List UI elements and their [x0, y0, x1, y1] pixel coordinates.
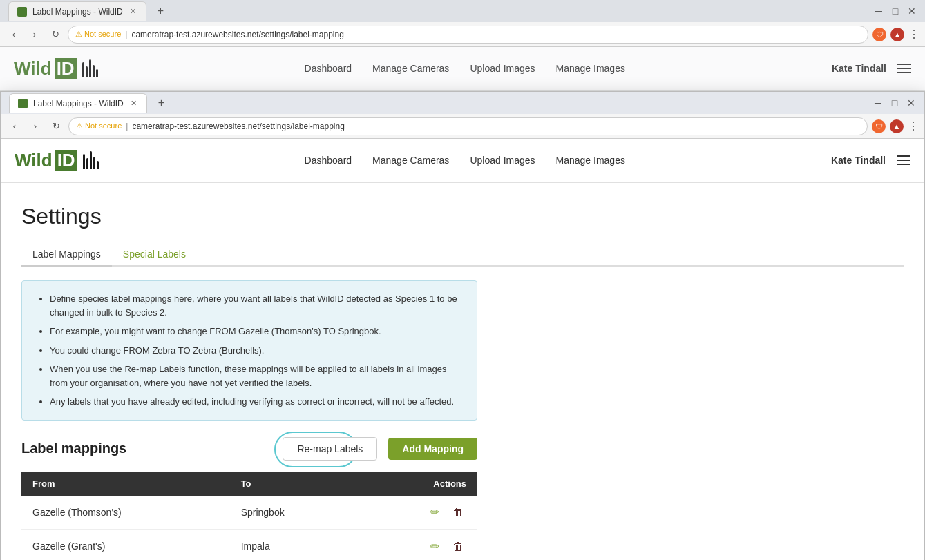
back-btn-main[interactable]: ‹ [6, 118, 23, 135]
app-navbar-main: Wild ID Dashboard Manage Cameras Upload … [1, 139, 924, 183]
tab-close-top[interactable]: ✕ [128, 6, 137, 17]
row1-to: Impala [230, 530, 353, 561]
forward-btn-main[interactable]: › [27, 118, 44, 135]
reload-btn-top[interactable]: ↻ [47, 26, 64, 43]
settings-tabs: Label Mappings Special Labels [21, 243, 904, 267]
back-btn-top[interactable]: ‹ [6, 26, 22, 43]
window-maximize-main[interactable]: □ [890, 98, 899, 108]
title-bar-left: Label Mappings - WildID ✕ + [8, 1, 169, 21]
user-name-main: Kate Tindall [831, 155, 886, 166]
info-item-4: Any labels that you have already edited,… [50, 395, 463, 409]
hb-line1-main [897, 155, 910, 157]
add-mapping-button[interactable]: Add Mapping [388, 438, 477, 460]
window-close-top[interactable]: ✕ [907, 6, 917, 16]
spike1-top [82, 62, 84, 77]
user-name-top: Kate Tindall [832, 63, 886, 74]
section-title: Label mappings [21, 441, 271, 456]
reload-btn-main[interactable]: ↻ [48, 118, 64, 135]
spike3-top [89, 59, 91, 77]
logo-top: Wild ID [14, 58, 98, 79]
remap-labels-button[interactable]: Re-map Labels [283, 437, 377, 461]
spike1-main [83, 154, 85, 169]
hb-line1-top [897, 64, 911, 65]
window-minimize-main[interactable]: ─ [873, 98, 883, 108]
col-actions: Actions [353, 472, 477, 496]
tab-label-mappings[interactable]: Label Mappings [21, 243, 112, 267]
address-bar-main[interactable]: ⚠ Not secure | cameratrap-test.azurewebs… [68, 117, 868, 135]
nav-dashboard-top[interactable]: Dashboard [305, 63, 352, 74]
table-body: Gazelle (Thomson's) Springbok ✏ 🗑 Gazell… [21, 496, 477, 561]
tab-favicon-top [17, 7, 27, 17]
nav-upload-main[interactable]: Upload Images [470, 155, 535, 166]
nav-cameras-top[interactable]: Manage Cameras [372, 63, 449, 74]
info-item-1: For example, you might want to change FR… [50, 325, 463, 338]
browser-menu-main[interactable]: ⋮ [908, 119, 919, 133]
address-bar-top[interactable]: ⚠ Not secure | cameratrap-test.azurewebs… [68, 26, 868, 44]
row0-to: Springbok [230, 496, 353, 530]
browser-right-icons-top: 🛡 ▲ ⋮ [872, 28, 919, 41]
new-tab-btn-main[interactable]: + [153, 97, 170, 109]
table-header: From To Actions [21, 472, 477, 496]
table-header-row: From To Actions [21, 472, 477, 496]
table-row: Gazelle (Thomson's) Springbok ✏ 🗑 [21, 496, 477, 530]
tab-label-main: Label Mappings - WildID [33, 99, 124, 108]
delete-icon-row1[interactable]: 🗑 [450, 539, 466, 555]
info-list: Define species label mappings here, wher… [36, 292, 463, 409]
spike3-main [90, 151, 92, 169]
row1-from: Gazelle (Grant's) [21, 530, 230, 561]
logo-id-main: ID [55, 150, 77, 171]
hb-line3-top [897, 72, 911, 73]
tab-close-main[interactable]: ✕ [129, 97, 138, 109]
info-box: Define species label mappings here, wher… [21, 280, 477, 421]
delete-icon-row0[interactable]: 🗑 [450, 504, 466, 521]
nav-manage-main[interactable]: Manage Images [556, 155, 625, 166]
window-maximize-top[interactable]: □ [890, 6, 900, 16]
remap-btn-wrapper: Re-map Labels [283, 437, 377, 461]
table-row: Gazelle (Grant's) Impala ✏ 🗑 [21, 530, 477, 561]
title-bar-top: Label Mappings - WildID ✕ + ─ □ ✕ [0, 0, 925, 22]
spike2-main [86, 158, 88, 169]
browser-window-main: Label Mappings - WildID ✕ + ─ □ ✕ ‹ › ↻ … [0, 91, 925, 560]
nav-links-top: Dashboard Manage Cameras Upload Images M… [98, 63, 832, 74]
nav-cameras-main[interactable]: Manage Cameras [372, 155, 449, 166]
window-minimize-top[interactable]: ─ [874, 6, 884, 16]
browser-tab-main[interactable]: Label Mappings - WildID ✕ [9, 93, 147, 113]
tab-favicon-main [18, 99, 28, 108]
browser-window-top: Label Mappings - WildID ✕ + ─ □ ✕ ‹ › ↻ … [0, 0, 925, 91]
mapping-table: From To Actions Gazelle (Thomson's) Spri… [21, 472, 477, 561]
extension-icon-top[interactable]: ▲ [890, 28, 904, 41]
nav-links-main: Dashboard Manage Cameras Upload Images M… [99, 155, 831, 166]
row0-from: Gazelle (Thomson's) [21, 496, 230, 530]
edit-icon-row0[interactable]: ✏ [426, 504, 443, 521]
nav-upload-top[interactable]: Upload Images [470, 63, 535, 74]
spike2-top [86, 66, 88, 77]
new-tab-btn-top[interactable]: + [152, 5, 169, 17]
window-close-main[interactable]: ✕ [906, 98, 916, 108]
title-bar-main-left: Label Mappings - WildID ✕ + [9, 93, 170, 113]
info-item-3: When you use the Re-map Labels function,… [50, 363, 463, 389]
url-display-main: cameratrap-test.azurewebsites.net/settin… [132, 122, 345, 131]
browser-controls-main: ‹ › ↻ ⚠ Not secure | cameratrap-test.azu… [1, 114, 924, 139]
url-display-top: cameratrap-test.azurewebsites.net/settin… [131, 30, 344, 39]
nav-manage-top[interactable]: Manage Images [556, 63, 625, 74]
hamburger-menu-main[interactable] [897, 155, 910, 165]
browser-right-icons-main: 🛡 ▲ ⋮ [872, 119, 919, 133]
section-header: Label mappings Re-map Labels Add Mapping [21, 437, 477, 461]
tab-special-labels[interactable]: Special Labels [112, 243, 197, 267]
edit-icon-row1[interactable]: ✏ [426, 538, 443, 554]
forward-btn-top[interactable]: › [26, 26, 43, 43]
logo-wild-main: Wild [15, 150, 53, 171]
browser-tab-top[interactable]: Label Mappings - WildID ✕ [8, 1, 146, 21]
hamburger-menu-top[interactable] [897, 64, 911, 73]
title-bar-main: Label Mappings - WildID ✕ + ─ □ ✕ [1, 92, 924, 114]
brave-shield-icon-top[interactable]: 🛡 [872, 28, 886, 41]
row0-actions: ✏ 🗑 [353, 496, 477, 530]
hb-line2-top [897, 68, 911, 69]
logo-main: Wild ID [15, 150, 99, 171]
brave-shield-icon-main[interactable]: 🛡 [872, 119, 886, 133]
nav-dashboard-main[interactable]: Dashboard [305, 155, 352, 166]
browser-menu-top[interactable]: ⋮ [908, 28, 919, 41]
tab-label-top: Label Mappings - WildID [32, 7, 123, 17]
spike4-top [93, 65, 95, 77]
extension-icon-main[interactable]: ▲ [890, 119, 904, 133]
